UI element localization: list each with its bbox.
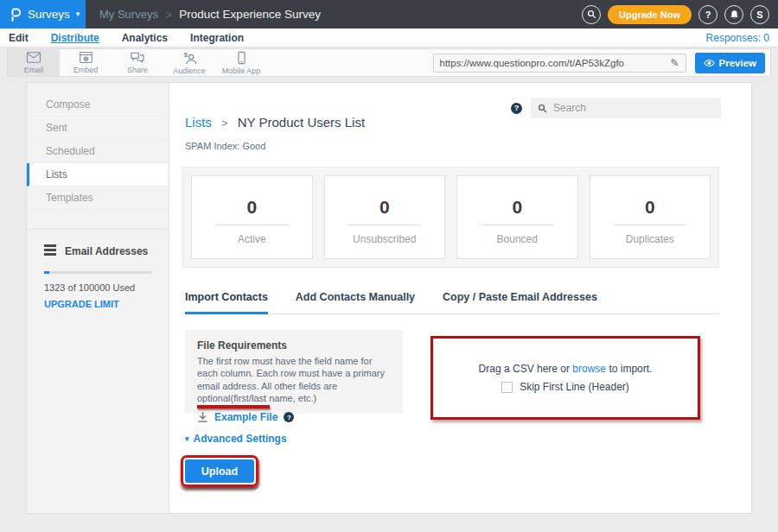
tab-integration[interactable]: Integration [190, 32, 244, 44]
breadcrumb: Lists > NY Product Users List [185, 115, 365, 130]
stat-card-duplicates: 0 Duplicates [590, 175, 711, 259]
skip-first-line-label: Skip First Line (Header) [520, 381, 629, 393]
tab-distribute[interactable]: Distribute [51, 32, 99, 44]
breadcrumb-lists-link[interactable]: Lists [185, 115, 212, 130]
sidebar-divider [27, 210, 169, 230]
preview-button[interactable]: Preview [695, 53, 765, 73]
upload-button[interactable]: Upload [185, 459, 254, 483]
product-menu[interactable]: Surveys ▾ [0, 0, 86, 28]
help-icon[interactable]: ? [698, 5, 717, 24]
channel-audience[interactable]: $ Audience [163, 49, 215, 76]
stat-value: 0 [325, 197, 445, 218]
list-name: NY Product Users List [238, 115, 365, 130]
stat-label: Unsubscribed [325, 233, 445, 245]
breadcrumb-separator: > [166, 10, 171, 20]
tab-copy-paste-email-addresses[interactable]: Copy / Paste Email Addresses [443, 291, 597, 314]
survey-url[interactable]: https://www.questionpro.com/t/AP53kZgfo [440, 58, 666, 68]
channel-label: Embed [73, 66, 99, 74]
edit-url-pencil-icon[interactable]: ✎ [670, 57, 679, 69]
sidebar-item-compose[interactable]: Compose [27, 93, 169, 117]
tab-add-contacts-manually[interactable]: Add Contacts Manually [296, 291, 415, 314]
distribute-toolbar: Email Embed Share $ Audience [7, 48, 771, 77]
file-requirements-title: File Requirements [197, 339, 391, 352]
sidebar-item-sent[interactable]: Sent [27, 117, 169, 140]
file-requirements-box: File Requirements The first row must hav… [185, 330, 403, 414]
page-title: Product Experience Survey [179, 8, 321, 21]
stat-card-active: 0 Active [191, 175, 313, 259]
topbar: Surveys ▾ My Surveys > Product Experienc… [0, 0, 778, 28]
chevron-down-icon: ▾ [185, 434, 189, 443]
channel-label: Mobile App [222, 66, 261, 75]
email-distribution-panel: Compose Sent Scheduled Lists Templates E… [26, 82, 752, 514]
browse-link[interactable]: browse [572, 363, 606, 375]
tab-analytics[interactable]: Analytics [122, 32, 168, 44]
channel-label: Share [127, 66, 148, 74]
annotation-box-upload: Upload [181, 455, 258, 487]
topbar-actions: Upgrade Now ? S [582, 5, 778, 24]
advanced-settings-toggle[interactable]: ▾ Advanced Settings [185, 433, 287, 445]
channel-mobile-app[interactable]: Mobile App [215, 49, 267, 76]
responses-count[interactable]: Responses: 0 [706, 32, 769, 44]
share-icon [130, 51, 145, 64]
contacts-search-box[interactable] [531, 98, 721, 118]
example-file-link[interactable]: Example File ? [197, 411, 391, 423]
skip-first-line-option[interactable]: Skip First Line (Header) [501, 381, 629, 393]
survey-url-field[interactable]: https://www.questionpro.com/t/AP53kZgfo … [433, 54, 686, 73]
help-icon[interactable]: ? [284, 412, 294, 422]
skip-first-line-checkbox[interactable] [501, 382, 513, 393]
preview-label: Preview [719, 58, 756, 68]
channel-label: Email [24, 66, 44, 74]
upgrade-now-button[interactable]: Upgrade Now [608, 5, 692, 24]
channel-email[interactable]: Email [8, 49, 60, 76]
sidebar-item-scheduled[interactable]: Scheduled [27, 140, 169, 163]
annotation-underline-example-file [197, 405, 270, 408]
survey-nav: Edit Distribute Analytics Integration Re… [0, 28, 778, 48]
stat-label: Duplicates [590, 233, 711, 245]
search-icon[interactable] [582, 5, 601, 24]
product-menu-label: Surveys [28, 8, 70, 21]
example-file-label[interactable]: Example File [214, 411, 277, 423]
download-icon [197, 411, 208, 423]
stat-label: Active [192, 233, 312, 245]
email-usage-progressbar [44, 271, 151, 274]
eye-icon [704, 59, 715, 67]
channel-share[interactable]: Share [112, 49, 163, 76]
avatar[interactable]: S [750, 5, 769, 24]
dropzone-instruction: Drag a CSV here or browse to import. [479, 363, 653, 375]
sidebar-item-templates[interactable]: Templates [27, 187, 169, 210]
file-requirements-body: The first row must have the field name f… [197, 355, 391, 404]
stat-card-bounced: 0 Bounced [456, 175, 578, 259]
channel-label: Audience [173, 66, 206, 75]
help-icon[interactable]: ? [511, 103, 522, 114]
email-icon [26, 51, 41, 64]
audience-icon: $ [182, 51, 197, 65]
contacts-tabs: Import Contacts Add Contacts Manually Co… [185, 291, 719, 314]
dropzone-text: Drag a CSV here or [479, 363, 570, 375]
search-input[interactable] [553, 102, 714, 114]
list-detail-panel: ? Lists > NY Product Users List SPAM Ind… [169, 83, 751, 513]
stat-value: 0 [457, 197, 577, 218]
stat-label: Bounced [457, 233, 577, 245]
csv-dropzone[interactable]: Drag a CSV here or browse to import. Ski… [430, 336, 700, 420]
dropzone-text: to import. [609, 363, 652, 375]
email-addresses-title: Email Addresses [65, 245, 148, 257]
email-addresses-widget: Email Addresses 1323 of 100000 Used UPGR… [27, 230, 169, 324]
spam-index: SPAM Index: Good [185, 141, 265, 151]
advanced-settings-label: Advanced Settings [194, 433, 287, 445]
svg-text:$: $ [184, 51, 188, 59]
email-sidebar: Compose Sent Scheduled Lists Templates E… [27, 83, 169, 513]
tab-import-contacts[interactable]: Import Contacts [185, 291, 268, 314]
notifications-bell-icon[interactable] [724, 5, 743, 24]
list-icon [44, 244, 56, 257]
mobile-app-icon [236, 51, 247, 65]
channel-embed[interactable]: Embed [60, 49, 112, 76]
email-usage-text: 1323 of 100000 Used [44, 282, 151, 293]
breadcrumb-my-surveys[interactable]: My Surveys [99, 8, 158, 21]
chevron-down-icon: ▾ [76, 10, 80, 18]
stat-value: 0 [192, 197, 312, 218]
tab-edit[interactable]: Edit [9, 32, 29, 44]
sidebar-item-lists[interactable]: Lists [27, 163, 169, 187]
search-icon [538, 104, 547, 113]
upgrade-limit-link[interactable]: UPGRADE LIMIT [44, 299, 151, 309]
list-stats-strip: 0 Active 0 Unsubscribed 0 Bounced 0 Dupl… [182, 167, 719, 268]
